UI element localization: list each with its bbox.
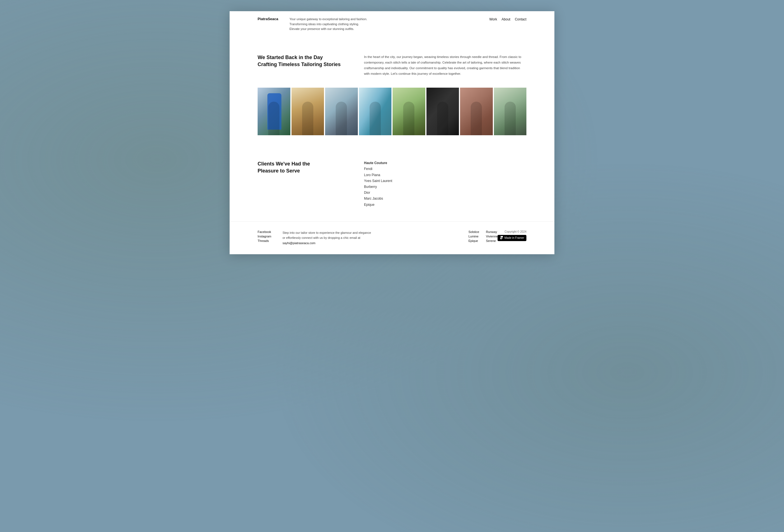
client-dior: Dior	[364, 190, 526, 195]
clients-section: Clients We've Had the Pleasure to Serve …	[230, 149, 554, 222]
main-nav: Work About Contact	[489, 17, 527, 21]
clients-left: Clients We've Had the Pleasure to Serve	[258, 161, 342, 207]
clients-title: Clients We've Had the Pleasure to Serve	[258, 161, 342, 174]
gallery-item-5	[393, 88, 425, 135]
footer-threads[interactable]: Threads	[258, 239, 271, 243]
footer-link-runway[interactable]: Runway	[486, 230, 498, 233]
hero-left: We Started Back in the Day Crafting Time…	[258, 54, 342, 68]
footer-links-col1: Solstice Lumine Epique	[469, 230, 479, 243]
made-in-framer-badge[interactable]: Made in Framer	[498, 235, 526, 241]
nav-contact[interactable]: Contact	[515, 17, 526, 21]
hero-section: We Started Back in the Day Crafting Time…	[230, 37, 554, 88]
gallery-item-6	[426, 88, 459, 135]
hero-description: In the heart of the city, our journey be…	[364, 54, 526, 77]
client-ysl: Yves Saint Laurent	[364, 178, 526, 184]
footer-link-lumine[interactable]: Lumine	[469, 235, 479, 238]
gallery-item-3	[325, 88, 358, 135]
footer-links-col2: Runway Vivienne Serene	[486, 230, 498, 243]
header-tagline-block: Your unique gateway to exceptional tailo…	[278, 17, 489, 32]
footer-link-epique[interactable]: Epique	[469, 239, 479, 243]
client-haute-couture: Haute Couture	[364, 161, 526, 166]
made-in-framer-label: Made in Framer	[504, 236, 524, 240]
gallery-item-4	[359, 88, 392, 135]
header-tagline: Your unique gateway to exceptional tailo…	[289, 17, 478, 32]
nav-about[interactable]: About	[502, 17, 510, 21]
gallery-item-2	[291, 88, 324, 135]
main-container: PiatraSeaca Your unique gateway to excep…	[230, 11, 554, 254]
gallery-item-7	[460, 88, 493, 135]
footer-email[interactable]: sayhi@piatraseaca.com	[282, 241, 315, 245]
footer-social: Facebook Instagram Threads	[258, 230, 271, 243]
hero-right: In the heart of the city, our journey be…	[364, 54, 526, 77]
client-marc-jacobs: Marc Jacobs	[364, 196, 526, 201]
framer-icon	[500, 236, 503, 240]
footer-links: Solstice Lumine Epique Runway Vivienne S…	[469, 230, 498, 243]
gallery	[230, 88, 554, 149]
gallery-item-8	[494, 88, 527, 135]
footer-link-serene[interactable]: Serene	[486, 239, 498, 243]
copyright-text: Copyright © 2024	[505, 230, 526, 233]
footer-right: Copyright © 2024 Made in Framer	[498, 230, 526, 241]
nav-work[interactable]: Work	[489, 17, 497, 21]
footer: Facebook Instagram Threads Step into our…	[230, 222, 554, 254]
client-list: Haute Couture Fendi Loro Piana Yves Sain…	[364, 161, 526, 207]
client-fendi: Fendi	[364, 166, 526, 172]
header: PiatraSeaca Your unique gateway to excep…	[230, 11, 554, 37]
footer-tagline-block: Step into our tailor store to experience…	[271, 230, 469, 246]
client-burberry: Burberry	[364, 184, 526, 190]
footer-instagram[interactable]: Instagram	[258, 235, 271, 238]
footer-link-vivienne[interactable]: Vivienne	[486, 235, 498, 238]
client-loro-piana: Loro Piana	[364, 172, 526, 178]
clients-right: Haute Couture Fendi Loro Piana Yves Sain…	[364, 161, 526, 207]
footer-link-solstice[interactable]: Solstice	[469, 230, 479, 233]
footer-facebook[interactable]: Facebook	[258, 230, 271, 233]
client-epique: Epique	[364, 202, 526, 207]
hero-title: We Started Back in the Day Crafting Time…	[258, 54, 342, 68]
gallery-item-1	[258, 88, 290, 135]
logo: PiatraSeaca	[258, 17, 278, 21]
